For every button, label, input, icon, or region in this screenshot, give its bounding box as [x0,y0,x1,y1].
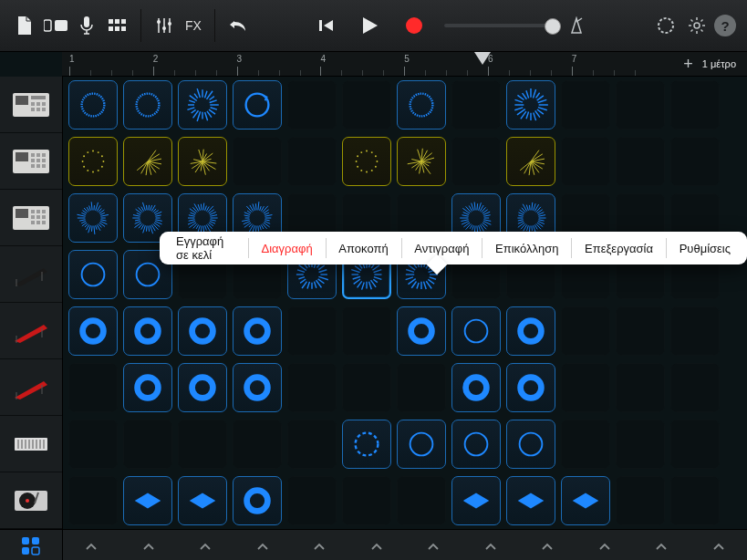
column-trigger[interactable] [348,542,406,551]
loop-cell[interactable] [123,363,172,412]
loop-cell[interactable] [397,80,446,130]
empty-cell[interactable] [397,476,446,525]
empty-cell[interactable] [287,80,337,130]
empty-cell[interactable] [616,363,665,412]
menu-item-3[interactable]: Αντιγραφή [401,232,482,264]
empty-cell[interactable] [342,476,391,525]
column-trigger[interactable] [462,542,520,551]
empty-cell[interactable] [342,80,391,130]
loop-cell[interactable] [561,476,610,525]
settings-icon[interactable] [683,12,711,39]
column-trigger[interactable] [405,542,462,551]
mic-icon[interactable] [73,12,100,39]
track-keys-red-2[interactable] [0,359,62,416]
column-trigger[interactable] [576,542,634,551]
metronome-icon[interactable] [563,12,590,39]
empty-cell[interactable] [670,476,720,525]
file-icon[interactable] [11,12,38,39]
menu-item-0[interactable]: Εγγραφή σε κελί [163,232,248,264]
help-icon[interactable]: ? [714,15,736,36]
loop-icon[interactable] [652,12,680,39]
loop-cell[interactable] [506,420,555,469]
empty-cell[interactable] [670,80,720,130]
empty-cell[interactable] [561,363,610,412]
empty-cell[interactable] [287,137,337,186]
empty-cell[interactable] [451,137,501,186]
empty-cell[interactable] [616,306,665,356]
empty-cell[interactable] [616,420,665,469]
column-trigger[interactable] [234,542,292,551]
volume-slider[interactable] [444,24,554,27]
loop-cell[interactable] [233,476,282,525]
empty-cell[interactable] [451,80,501,130]
column-trigger[interactable] [519,542,576,551]
mixer-icon[interactable] [150,12,178,39]
empty-cell[interactable] [670,137,720,186]
empty-cell[interactable] [233,137,282,186]
loop-cell[interactable] [233,306,282,356]
column-trigger[interactable] [291,542,348,551]
loop-cell[interactable] [506,363,555,412]
loop-cell[interactable] [506,306,555,356]
grid-icon[interactable] [104,12,131,39]
empty-cell[interactable] [342,306,391,356]
add-section-icon[interactable]: + [683,55,693,74]
empty-cell[interactable] [68,420,118,469]
empty-cell[interactable] [670,363,720,412]
empty-cell[interactable] [287,306,337,356]
column-trigger[interactable] [690,542,748,551]
loop-cell[interactable] [68,137,118,186]
loop-cell[interactable] [178,306,227,356]
empty-cell[interactable] [561,420,610,469]
loop-cell[interactable] [178,80,227,130]
loop-cell[interactable] [233,363,282,412]
empty-cell[interactable] [616,137,665,186]
ruler[interactable]: + 1 μέτρο 1234567 [62,52,747,77]
loop-cell[interactable] [123,306,172,356]
empty-cell[interactable] [670,306,720,356]
empty-cell[interactable] [233,420,282,469]
loop-cell[interactable] [178,137,227,186]
loop-cell[interactable] [68,80,118,130]
fx-button[interactable]: FX [182,12,205,39]
track-keys-red-1[interactable] [0,303,62,359]
loop-cell[interactable] [342,137,391,186]
empty-cell[interactable] [68,476,118,525]
livecells-icon[interactable] [0,530,63,560]
zoom-label[interactable]: 1 μέτρο [702,58,736,69]
empty-cell[interactable] [342,363,391,412]
column-trigger[interactable] [633,542,690,551]
menu-item-6[interactable]: Ρυθμίσεις [667,232,743,264]
loop-cell[interactable] [451,420,501,469]
loop-cell[interactable] [506,80,555,130]
track-sampler-1[interactable] [0,77,62,133]
undo-icon[interactable] [224,12,252,39]
empty-cell[interactable] [616,476,665,525]
column-trigger[interactable] [177,542,234,551]
column-trigger[interactable] [120,542,178,551]
empty-cell[interactable] [561,137,610,186]
loop-cell[interactable] [123,476,172,525]
empty-cell[interactable] [561,80,610,130]
menu-item-4[interactable]: Επικόλληση [482,232,571,264]
prev-icon[interactable] [313,12,340,39]
empty-cell[interactable] [397,363,446,412]
loop-cell[interactable] [178,363,227,412]
loop-cell[interactable] [397,420,446,469]
record-icon[interactable] [400,12,428,39]
column-trigger[interactable] [63,542,120,551]
loop-cell[interactable] [68,306,118,356]
empty-cell[interactable] [287,420,337,469]
loop-cell[interactable] [123,80,172,130]
loop-cell[interactable] [233,80,282,130]
loop-cell[interactable] [451,476,501,525]
loop-cell[interactable] [506,476,555,525]
empty-cell[interactable] [287,476,337,525]
loop-cell[interactable] [397,306,446,356]
empty-cell[interactable] [616,80,665,130]
loop-cell[interactable] [506,137,555,186]
empty-cell[interactable] [123,420,172,469]
view-icon[interactable] [42,12,69,39]
menu-item-2[interactable]: Αποκοπή [326,232,400,264]
loop-cell[interactable] [178,476,227,525]
